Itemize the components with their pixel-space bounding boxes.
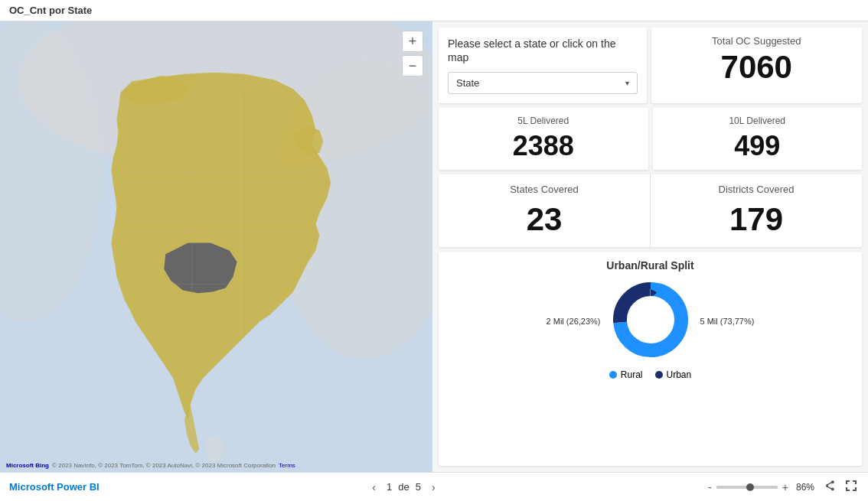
powerbi-brand[interactable]: Microsoft Power BI — [9, 481, 100, 493]
zoom-min-icon[interactable]: - — [708, 481, 712, 493]
total-pages: 5 — [416, 481, 421, 493]
bottom-right-icons — [822, 478, 859, 496]
states-covered-card: States Covered 23 — [439, 174, 651, 247]
page-title: OC_Cnt por State — [9, 5, 92, 16]
delivery-5l-title: 5L Delivered — [448, 115, 639, 126]
delivery-row: 5L Delivered 2388 10L Delivered 499 — [439, 108, 862, 169]
dropdown-chevron-icon: ▾ — [625, 79, 629, 87]
urban-rural-title: Urban/Rural Split — [449, 259, 851, 272]
zoom-value: 86% — [796, 482, 814, 493]
map-controls: + − — [402, 31, 423, 76]
districts-covered-title: Districts Covered — [661, 184, 851, 195]
share-icon[interactable] — [822, 478, 837, 496]
states-covered-value: 23 — [449, 201, 639, 238]
zoom-in-button[interactable]: + — [402, 31, 423, 52]
map-attribution: Microsoft Bing © 2023 NavInfo, © 2023 To… — [6, 462, 295, 469]
rural-label: 5 Mil (73,77%) — [700, 317, 755, 326]
terms-link[interactable]: Terms — [279, 462, 295, 469]
title-bar: OC_Cnt por State — [0, 0, 868, 21]
zoom-control: - + 86% — [708, 481, 814, 493]
urban-legend-label: Urban — [667, 369, 692, 380]
states-covered-title: States Covered — [449, 184, 639, 195]
fullscreen-icon[interactable] — [844, 478, 859, 496]
state-dropdown[interactable]: State ▾ — [448, 72, 638, 94]
delivery-10l-title: 10L Delivered — [662, 115, 853, 126]
india-map[interactable] — [0, 21, 432, 472]
right-panel: Please select a state or click on the ma… — [432, 21, 868, 472]
zoom-out-button[interactable]: − — [402, 55, 423, 76]
attribution-text: © 2023 NavInfo, © 2023 TomTom, © 2023 Au… — [52, 462, 276, 469]
zoom-slider-thumb — [746, 483, 754, 491]
zoom-slider[interactable] — [716, 486, 778, 489]
state-selector-section: Please select a state or click on the ma… — [439, 28, 647, 103]
page-separator: de — [398, 481, 409, 493]
donut-chart — [609, 278, 693, 365]
bottom-bar: Microsoft Power BI ‹ 1 de 5 › - + 86% — [0, 472, 868, 501]
coverage-row: States Covered 23 Districts Covered 179 — [439, 174, 862, 247]
districts-covered-card: Districts Covered 179 — [651, 174, 862, 247]
total-oc-title: Total OC Suggested — [662, 35, 852, 47]
zoom-max-icon[interactable]: + — [782, 481, 788, 493]
svg-point-4 — [205, 436, 224, 463]
current-page: 1 — [387, 481, 392, 493]
delivery-10l-value: 499 — [662, 130, 853, 162]
bing-logo: Microsoft Bing — [6, 462, 49, 469]
chart-legend: Rural Urban — [449, 369, 851, 380]
rural-dot — [609, 371, 617, 379]
total-oc-value: 7060 — [662, 50, 852, 85]
svg-point-13 — [629, 298, 672, 341]
urban-dot — [655, 371, 663, 379]
state-prompt: Please select a state or click on the ma… — [448, 37, 638, 64]
rural-legend-label: Rural — [621, 369, 643, 380]
delivery-10l-card: 10L Delivered 499 — [653, 108, 863, 169]
delivery-5l-value: 2388 — [448, 130, 639, 162]
page-nav: ‹ 1 de 5 › — [367, 480, 439, 495]
delivery-5l-card: 5L Delivered 2388 — [439, 108, 648, 169]
legend-urban: Urban — [655, 369, 692, 380]
prev-page-button[interactable]: ‹ — [367, 480, 380, 495]
districts-covered-value: 179 — [661, 201, 851, 238]
map-panel: + − — [0, 21, 432, 472]
total-oc-card: Total OC Suggested 7060 — [651, 28, 863, 103]
next-page-button[interactable]: › — [427, 480, 440, 495]
legend-rural: Rural — [609, 369, 643, 380]
main-content: + − — [0, 21, 868, 472]
urban-rural-card: Urban/Rural Split 2 Mil (26,23%) — [439, 252, 862, 466]
urban-label: 2 Mil (26,23%) — [547, 317, 601, 326]
state-dropdown-value: State — [456, 77, 479, 89]
